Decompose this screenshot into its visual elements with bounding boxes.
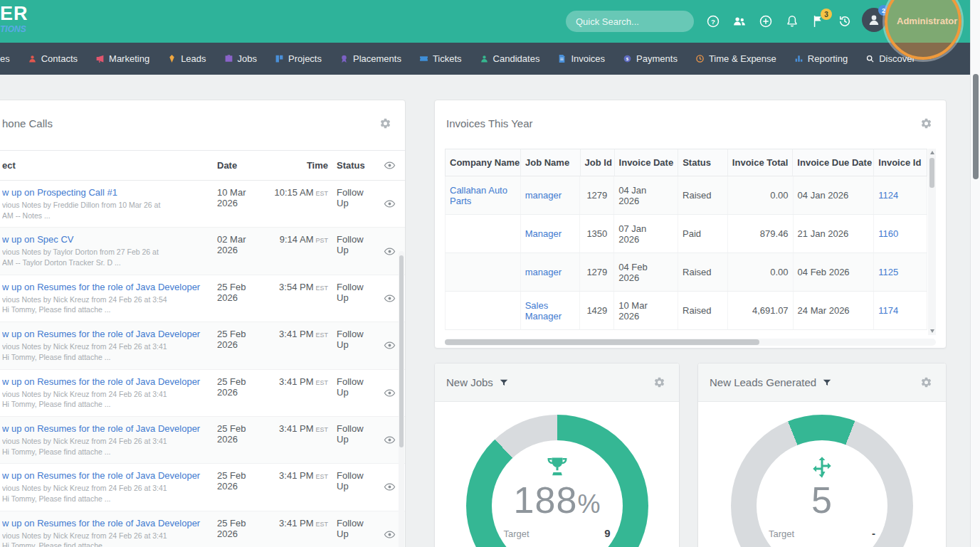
job-name-link[interactable]: Sales Manager — [525, 300, 576, 322]
phone-calls-rows: w up on Prospecting Call #1 vious Notes … — [0, 181, 405, 547]
new-jobs-settings-button[interactable] — [648, 371, 670, 394]
column-invoice-total: Invoice Total — [728, 149, 794, 176]
phone-call-note-line1: vious Notes by Nick Kreuz from 24 Feb 26… — [2, 294, 217, 305]
timezone-label: EST — [315, 190, 328, 197]
invoices-vertical-scrollbar-thumb[interactable] — [929, 158, 934, 188]
invoices-title: Invoices This Year — [446, 117, 532, 129]
timezone-label: EST — [315, 331, 328, 339]
phone-calls-settings-button[interactable] — [374, 112, 396, 134]
phone-call-status: Follow Up — [328, 376, 374, 398]
target-label: Target — [504, 529, 529, 539]
nav-item-leads[interactable]: Leads — [167, 53, 206, 64]
nav-item-candidates[interactable]: Candidates — [480, 53, 540, 64]
nav-item-discover[interactable]: Discover — [865, 53, 915, 64]
tickets-icon — [419, 54, 428, 63]
nav-item-payments[interactable]: $Payments — [623, 53, 678, 64]
view-icon[interactable] — [384, 434, 396, 446]
phone-call-row: w up on Resumes for the role of Java Dev… — [0, 322, 405, 369]
view-icon[interactable] — [384, 198, 396, 210]
phone-call-title-link[interactable]: w up on Resumes for the role of Java Dev… — [2, 423, 217, 434]
invoices-horizontal-scrollbar[interactable] — [445, 339, 936, 346]
app-logo[interactable]: ER TIONS — [0, 4, 28, 33]
invoices-vertical-scrollbar[interactable] — [928, 149, 936, 335]
phone-call-row: w up on Prospecting Call #1 vious Notes … — [0, 181, 405, 228]
gear-icon — [379, 117, 391, 129]
scroll-up-arrow[interactable] — [930, 151, 934, 154]
phone-call-title-link[interactable]: w up on Resumes for the role of Java Dev… — [2, 282, 217, 292]
nav-item-invoices[interactable]: Invoices — [557, 53, 605, 64]
phone-call-note-line2: Hi Tommy, Please find attache ... — [2, 447, 217, 457]
phone-call-date: 25 Feb 2026 — [217, 423, 263, 445]
payments-icon: $ — [623, 54, 632, 63]
invoice-id-link[interactable]: 1125 — [878, 267, 898, 277]
view-icon[interactable] — [384, 292, 396, 304]
phone-call-status: Follow Up — [328, 329, 374, 350]
nav-item-reporting[interactable]: Reporting — [794, 53, 848, 64]
page-scrollbar[interactable] — [970, 0, 980, 547]
invoice-due-date-cell: 04 Feb 2026 — [794, 253, 875, 291]
nav-item-tickets[interactable]: Tickets — [419, 53, 462, 64]
phone-calls-table-header: ect Date Time Status — [0, 150, 405, 181]
scroll-down-arrow[interactable] — [930, 329, 934, 333]
nav-item-companies[interactable]: es — [0, 53, 10, 64]
invoice-id-link[interactable]: 1124 — [878, 190, 898, 201]
view-icon[interactable] — [384, 481, 396, 493]
phone-call-row: w up on Resumes for the role of Java Dev… — [0, 511, 405, 547]
phone-calls-card: hone Calls ect Date Time Status w up on … — [0, 100, 406, 547]
invoice-date-cell: 10 Mar 2026 — [614, 292, 678, 329]
phone-call-date: 25 Feb 2026 — [217, 282, 263, 303]
job-name-link[interactable]: manager — [525, 190, 562, 201]
new-leads-settings-button[interactable] — [915, 371, 937, 394]
people-icon[interactable] — [732, 14, 747, 28]
job-name-link[interactable]: manager — [525, 267, 562, 277]
phone-call-date: 02 Mar 2026 — [217, 234, 263, 255]
candidates-icon — [480, 54, 489, 63]
page-scrollbar-thumb[interactable] — [973, 74, 979, 179]
job-name-link[interactable]: Manager — [525, 228, 562, 239]
percent-suffix: % — [577, 492, 600, 517]
view-icon[interactable] — [384, 245, 396, 257]
nav-item-time-expense[interactable]: Time & Expense — [695, 53, 776, 64]
company-link[interactable]: Callahan Auto Parts — [450, 185, 516, 206]
invoice-status-cell: Raised — [678, 292, 728, 329]
invoice-status-cell: Paid — [678, 215, 728, 253]
view-icon[interactable] — [384, 529, 396, 541]
notifications-bell-icon[interactable] — [785, 14, 799, 28]
user-menu[interactable]: Administrator — [897, 16, 957, 26]
invoice-id-link[interactable]: 1174 — [878, 305, 898, 316]
phone-call-note-line1: vious Notes by Nick Kreuz from 24 Feb 26… — [2, 436, 217, 447]
phone-call-title-link[interactable]: w up on Resumes for the role of Java Dev… — [2, 470, 217, 481]
nav-item-placements[interactable]: Placements — [339, 53, 401, 64]
phone-call-date: 25 Feb 2026 — [217, 470, 263, 492]
phone-calls-scrollbar-thumb[interactable] — [399, 255, 404, 447]
nav-item-jobs[interactable]: Jobs — [224, 53, 257, 64]
user-avatar[interactable]: 2 — [862, 8, 886, 32]
filter-icon[interactable] — [822, 378, 832, 388]
phone-call-title-link[interactable]: w up on Spec CV — [2, 234, 217, 245]
nav-item-contacts[interactable]: Contacts — [28, 53, 78, 64]
view-icon[interactable] — [384, 339, 396, 351]
timezone-label: EST — [315, 426, 328, 433]
placements-icon — [339, 54, 349, 63]
history-icon[interactable] — [838, 14, 852, 28]
nav-item-projects[interactable]: Projects — [275, 53, 322, 64]
app-header: ER TIONS 3 2 Administrator — [0, 0, 970, 43]
add-icon[interactable] — [759, 14, 773, 28]
phone-call-title-link[interactable]: w up on Resumes for the role of Java Dev… — [2, 376, 217, 387]
job-id-cell: 1279 — [580, 253, 614, 291]
phone-calls-scrollbar[interactable] — [399, 251, 404, 547]
invoices-horizontal-scrollbar-thumb[interactable] — [445, 339, 759, 345]
column-status: Status — [328, 160, 374, 171]
flag-icon-wrap: 3 — [811, 14, 826, 28]
invoice-id-link[interactable]: 1160 — [878, 228, 898, 239]
phone-call-title-link[interactable]: w up on Prospecting Call #1 — [2, 187, 217, 198]
quick-search-input[interactable] — [566, 11, 694, 32]
phone-call-title-link[interactable]: w up on Resumes for the role of Java Dev… — [2, 329, 217, 339]
nav-item-marketing[interactable]: Marketing — [95, 53, 149, 64]
view-icon[interactable] — [384, 387, 396, 399]
invoices-settings-button[interactable] — [915, 112, 937, 134]
help-icon[interactable] — [706, 14, 720, 28]
phone-call-title-link[interactable]: w up on Resumes for the role of Java Dev… — [2, 518, 217, 529]
filter-icon[interactable] — [499, 378, 509, 388]
invoice-total-cell: 0.00 — [728, 176, 794, 214]
